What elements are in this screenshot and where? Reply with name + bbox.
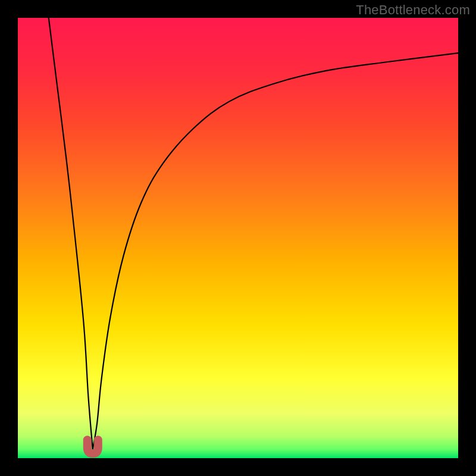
watermark-text: TheBottleneck.com <box>356 2 470 18</box>
gradient-background <box>18 18 458 458</box>
chart-area <box>18 18 458 458</box>
app-frame: TheBottleneck.com <box>0 0 476 476</box>
chart-svg <box>18 18 458 458</box>
